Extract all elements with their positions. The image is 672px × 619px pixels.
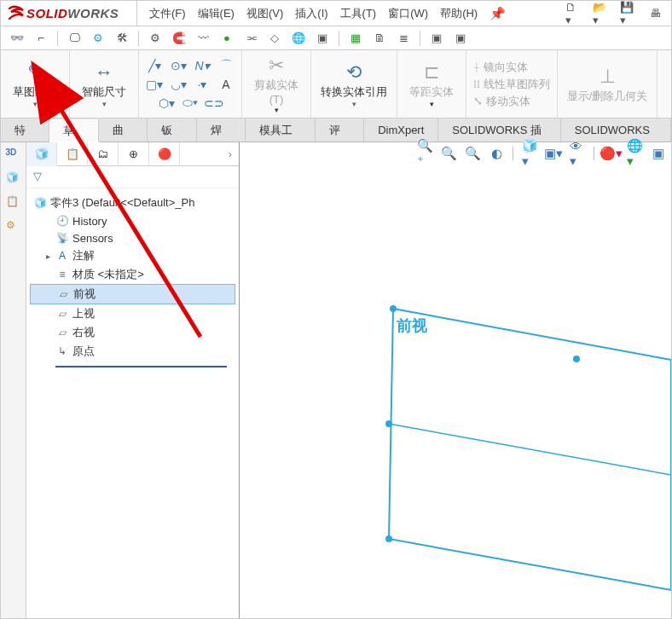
open-file-icon[interactable]: 📂▾ — [593, 6, 608, 21]
main-area: 3D 🧊 📋 ⚙ 🧊 📋 🗂 ⊕ 🔴 › ▽ 🧊 零件3 (Default<<D… — [1, 142, 671, 619]
dimension-label: 智能尺寸 — [77, 84, 131, 100]
tree-item-origin[interactable]: ↳ 原点 — [30, 342, 235, 361]
ribbon-group-trim: ✂ 剪裁实体(T) ▾ — [242, 50, 311, 118]
window-icon[interactable]: ▣ — [429, 31, 444, 46]
panel-more-icon[interactable]: › — [222, 148, 239, 160]
filter-icon[interactable]: ▽ — [33, 170, 42, 182]
magnet-icon[interactable]: 🧲 — [171, 31, 187, 46]
offset-button[interactable]: ⊏ 等距实体 ▾ — [404, 61, 459, 108]
menu-file[interactable]: 文件(F) — [149, 6, 186, 21]
rtab-sheetmetal[interactable]: 钣金 — [148, 119, 196, 142]
caret-icon[interactable]: ▸ — [43, 252, 52, 261]
spring-icon[interactable]: ⫘ — [243, 31, 258, 46]
outline-icon[interactable]: ◇ — [267, 31, 282, 46]
standard-toolbar: 👓 ⌐ 🖵 ⚙ 🛠 ⚙ 🧲 〰 ● ⫘ ◇ 🌐 ▣ ▦ 🗎 ≣ ▣ ▣ — [1, 26, 671, 50]
app-logo: SOLIDWORKS — [1, 1, 137, 26]
svg-point-1 — [390, 305, 397, 312]
move-icon: ⤡ — [473, 95, 483, 107]
tree-item-material[interactable]: ≡ 材质 <未指定> — [30, 265, 235, 284]
panel-tab-property[interactable]: 📋 — [57, 142, 88, 166]
polygon-tool-icon[interactable]: ⬡▾ — [158, 95, 175, 112]
tree-label: 材质 <未指定> — [72, 267, 144, 282]
show-hide-button[interactable]: ⊥ 显示/删除几何关 — [565, 65, 650, 104]
circle-tool-icon[interactable]: ⊙▾ — [170, 57, 187, 74]
ribbon: ✎ 草图绘制 ▾ ↔ 智能尺寸 ▾ ╱▾ ⊙▾ N▾ ⌒ ▢▾ ◡▾ ·▾ A … — [1, 50, 671, 119]
smart-dimension-button[interactable]: ↔ 智能尺寸 ▾ — [77, 61, 131, 108]
mirror-button[interactable]: ⟊镜向实体 — [473, 60, 528, 75]
cube-icon[interactable]: ▣ — [315, 31, 330, 46]
panel-tab-appearance[interactable]: 🔴 — [149, 142, 180, 166]
save-icon[interactable]: 💾▾ — [620, 6, 635, 21]
assembly-icon[interactable]: ⚙ — [90, 31, 106, 46]
record-icon[interactable]: ▣ — [453, 31, 468, 46]
tree-item-right-plane[interactable]: ▱ 右视 — [30, 323, 235, 342]
panel-tab-feature-tree[interactable]: 🧊 — [26, 142, 57, 166]
feature-manager-icon[interactable]: 🧊 — [6, 171, 21, 187]
trim-button[interactable]: ✂ 剪裁实体(T) ▾ — [249, 54, 304, 114]
origin-icon: ↳ — [55, 344, 69, 358]
menu-edit[interactable]: 编辑(E) — [198, 6, 235, 21]
sketch-icon: ✎ — [8, 61, 62, 84]
panel-tab-config[interactable]: 🗂 — [88, 142, 119, 166]
line-tool-icon[interactable]: ╱▾ — [146, 57, 163, 74]
new-file-icon[interactable]: 🗋▾ — [565, 6, 581, 21]
rtab-sketch[interactable]: 草图 — [49, 119, 98, 142]
panel-tab-dim[interactable]: ⊕ — [119, 142, 149, 166]
layers-icon[interactable]: ≣ — [396, 31, 411, 46]
tree-label: 上视 — [72, 306, 95, 321]
xls-icon[interactable]: ▦ — [348, 31, 363, 46]
tree-item-top-plane[interactable]: ▱ 上视 — [30, 304, 235, 323]
feature-tree: 🧊 零件3 (Default<<Default>_Ph 🕘 History 📡 … — [26, 188, 239, 373]
slot-tool-icon[interactable]: ⊂⊃ — [206, 95, 223, 112]
menu-window[interactable]: 窗口(W) — [388, 6, 428, 21]
menu-insert[interactable]: 插入(I) — [295, 6, 327, 21]
menu-help[interactable]: 帮助(H) — [440, 6, 478, 21]
tree-item-sensors[interactable]: 📡 Sensors — [30, 229, 235, 246]
tree-item-history[interactable]: 🕘 History — [30, 212, 235, 229]
pin-icon[interactable]: 📌 — [490, 6, 506, 21]
rtab-mold[interactable]: 模具工具 — [246, 119, 316, 142]
move-button[interactable]: ⤡移动实体 — [473, 94, 530, 109]
glasses-icon[interactable]: 👓 — [9, 31, 25, 46]
rtab-evaluate[interactable]: 评估 — [316, 119, 364, 142]
rtab-features[interactable]: 特征 — [1, 119, 49, 142]
text-tool-icon[interactable]: A — [217, 76, 235, 93]
sketch-button[interactable]: ✎ 草图绘制 ▾ — [8, 61, 62, 108]
svg-point-2 — [573, 356, 580, 362]
sketch-label: 草图绘制 — [8, 84, 62, 100]
align-icon[interactable]: ⌐ — [33, 31, 49, 46]
print-icon[interactable]: 🖶 — [647, 6, 663, 21]
fillet-tool-icon[interactable]: ⌒ — [217, 57, 235, 74]
wave-icon[interactable]: 〰 — [195, 31, 211, 46]
convert-button[interactable]: ⟲ 转换实体引用 ▾ — [318, 61, 390, 108]
arc-tool-icon[interactable]: ◡▾ — [170, 76, 187, 93]
tree-item-annotations[interactable]: ▸ A 注解 — [30, 246, 235, 265]
doc-icon[interactable]: 🗎 — [372, 31, 387, 46]
viewport[interactable]: 🔍⁺ 🔍 🔍 ◐ 🧊▾ ▣▾ 👁▾ 🔴▾ 🌐▾ ▣ — [240, 142, 671, 619]
ellipse-tool-icon[interactable]: ⬭▾ — [182, 95, 199, 112]
linear-pattern-button[interactable]: ⁞⁞线性草图阵列 — [473, 77, 550, 92]
ribbon-group-draw-tools: ╱▾ ⊙▾ N▾ ⌒ ▢▾ ◡▾ ·▾ A ⬡▾ ⬭▾ ⊂⊃ — [139, 50, 242, 118]
offset-icon: ⊏ — [404, 61, 459, 84]
tree-item-front-plane[interactable]: ▱ 前视 — [30, 284, 235, 304]
rtab-weldment[interactable]: 焊件 — [197, 119, 246, 142]
menu-view[interactable]: 视图(V) — [246, 6, 283, 21]
logo-text-solid: SOLID — [26, 6, 67, 20]
menu-tools[interactable]: 工具(T) — [340, 6, 377, 21]
config-icon[interactable]: ⚙ — [6, 219, 21, 234]
point-tool-icon[interactable]: ·▾ — [194, 76, 211, 93]
heads-up-icon[interactable]: 3D — [6, 148, 21, 163]
globe-icon[interactable]: 🌐 — [291, 31, 306, 46]
screen-icon[interactable]: 🖵 — [67, 31, 82, 46]
rect-tool-icon[interactable]: ▢▾ — [146, 76, 163, 93]
panel-filter-row: ▽ — [26, 166, 239, 188]
gear-icon[interactable]: ⚙ — [148, 31, 163, 46]
property-icon[interactable]: 📋 — [6, 195, 21, 211]
rtab-addins[interactable]: SOLIDWORKS 插件 — [438, 119, 560, 142]
options-icon[interactable]: 🛠 — [114, 31, 130, 46]
green-dot-icon[interactable]: ● — [219, 31, 235, 46]
spline-tool-icon[interactable]: N▾ — [194, 57, 211, 74]
tree-root[interactable]: 🧊 零件3 (Default<<Default>_Ph — [30, 194, 235, 212]
rtab-surface[interactable]: 曲面 — [99, 119, 148, 142]
rollback-bar[interactable] — [55, 366, 227, 367]
